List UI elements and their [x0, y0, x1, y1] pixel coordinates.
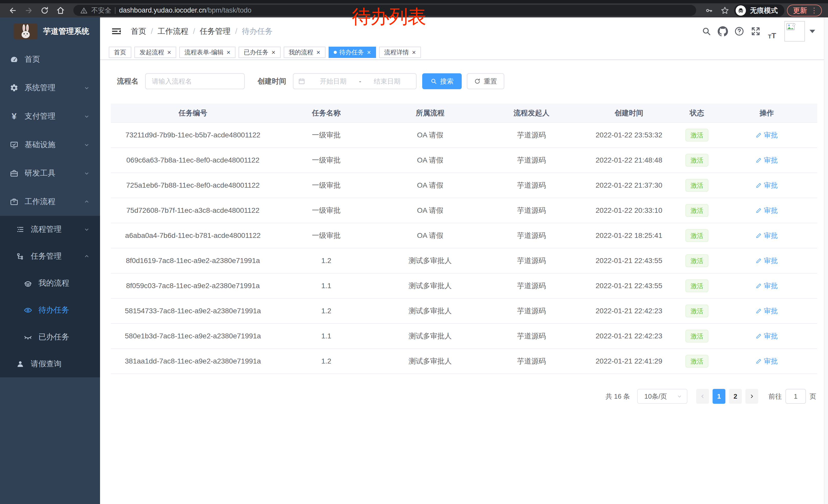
approve-link[interactable]: 审批 — [756, 155, 778, 165]
tab-start-process[interactable]: 发起流程× — [134, 47, 176, 58]
reset-button[interactable]: 重置 — [467, 73, 504, 89]
table-row: 381aa1dd-7ac8-11ec-a9e2-a2380e71991a1.2测… — [111, 349, 817, 374]
page-button-2[interactable]: 2 — [729, 389, 742, 404]
breadcrumb-item[interactable]: 任务管理 — [200, 26, 231, 37]
fullscreen-icon[interactable] — [747, 23, 764, 40]
bookmark-star-icon[interactable] — [718, 5, 732, 16]
close-icon[interactable]: × — [367, 49, 371, 56]
close-icon[interactable]: × — [317, 49, 320, 56]
org-tree-icon — [15, 252, 25, 261]
approve-link-label: 审批 — [764, 131, 778, 140]
yen-icon: ¥ — [9, 111, 19, 121]
sidebar-item-label: 工作流程 — [25, 196, 55, 207]
cell-starter: 芋道源码 — [483, 198, 580, 223]
main-area: 首页 / 工作流程 / 任务管理 / 待办任务 TT — [100, 17, 828, 504]
approve-link[interactable]: 审批 — [756, 306, 778, 316]
approve-link[interactable]: 审批 — [756, 331, 778, 341]
page-size-value: 10条/页 — [644, 392, 677, 401]
sidebar-item-label: 已办任务 — [38, 332, 69, 342]
breadcrumb-item[interactable]: 工作流程 — [158, 26, 188, 37]
sidebar-item-task-mgmt[interactable]: 任务管理 — [0, 243, 100, 270]
tab-label: 流程详情 — [384, 48, 409, 56]
col-task-id: 任务编号 — [111, 103, 275, 123]
table-row: 069c6a63-7b8a-11ec-8ef0-acde48001122一级审批… — [111, 148, 817, 173]
browser-toolbar: 不安全 dashboard.yudao.iocoder.cn/bpm/task/… — [0, 3, 828, 17]
table-row: 75d72608-7b7f-11ec-a3c8-acde48001122一级审批… — [111, 198, 817, 223]
cell-task-id: 8f0d1619-7ac8-11ec-a9e2-a2380e71991a — [111, 248, 275, 273]
avatar[interactable] — [784, 21, 805, 42]
approve-link-label: 审批 — [764, 331, 778, 341]
sidebar-item-my-process[interactable]: 我的流程 — [0, 270, 100, 296]
update-label: 更新 — [793, 6, 807, 15]
sidebar-item-home[interactable]: 首页 — [0, 45, 100, 74]
date-range-picker[interactable]: 开始日期 - 结束日期 — [293, 73, 417, 89]
sidebar-item-infrastructure[interactable]: 基础设施 — [0, 131, 100, 159]
browser-home-icon[interactable] — [54, 5, 67, 16]
page-scrollbar[interactable] — [824, 17, 828, 504]
prev-page-button[interactable] — [696, 389, 709, 404]
browser-url-bar[interactable]: 不安全 dashboard.yudao.iocoder.cn/bpm/task/… — [73, 5, 696, 16]
password-key-icon[interactable] — [702, 5, 716, 16]
sidebar-item-system[interactable]: 系统管理 — [0, 74, 100, 102]
browser-forward-icon[interactable] — [22, 5, 35, 16]
approve-link[interactable]: 审批 — [756, 231, 778, 240]
tab-todo-tasks[interactable]: 待办任务× — [329, 47, 376, 58]
tab-process-detail[interactable]: 流程详情× — [379, 47, 421, 58]
goto-page-input[interactable] — [785, 389, 806, 404]
approve-link[interactable]: 审批 — [756, 181, 778, 190]
sidebar-item-payment[interactable]: ¥ 支付管理 — [0, 102, 100, 131]
close-icon[interactable]: × — [226, 49, 230, 56]
page-button-1[interactable]: 1 — [713, 389, 726, 404]
search-button[interactable]: 搜索 — [422, 73, 462, 89]
tab-form-edit[interactable]: 流程表单-编辑× — [179, 47, 236, 58]
help-icon[interactable] — [731, 23, 747, 40]
approve-link[interactable]: 审批 — [756, 206, 778, 215]
approve-link[interactable]: 审批 — [756, 256, 778, 265]
next-page-button[interactable] — [745, 389, 758, 404]
browser-reload-icon[interactable] — [38, 5, 51, 16]
goto-suffix: 页 — [810, 392, 816, 401]
browser-chrome: 不安全 dashboard.yudao.iocoder.cn/bpm/task/… — [0, 0, 828, 17]
col-process: 所属流程 — [378, 103, 483, 123]
sidebar-item-label: 流程管理 — [31, 224, 61, 235]
tabs-bar: 首页 发起流程× 流程表单-编辑× 已办任务× 我的流程× 待办任务× 流程详情… — [100, 45, 828, 60]
avatar-caret-icon[interactable] — [810, 30, 815, 33]
browser-menu-icon[interactable]: ⋮ — [811, 7, 818, 14]
cell-starter: 芋道源码 — [483, 123, 580, 148]
approve-link[interactable]: 审批 — [756, 357, 778, 366]
tab-home[interactable]: 首页 — [109, 47, 131, 58]
sidebar-item-dev-tools[interactable]: 研发工具 — [0, 159, 100, 187]
tab-done-tasks[interactable]: 已办任务× — [239, 47, 280, 58]
date-separator: - — [358, 78, 363, 85]
close-icon[interactable]: × — [412, 49, 416, 56]
sidebar-item-todo-tasks[interactable]: 待办任务 — [0, 296, 100, 324]
breadcrumb-separator: / — [235, 27, 237, 36]
cell-created: 2022-01-21 22:43:55 — [580, 248, 678, 273]
sidebar-item-process-mgmt[interactable]: 流程管理 — [0, 216, 100, 243]
approve-link[interactable]: 审批 — [756, 131, 778, 140]
process-name-input[interactable] — [145, 73, 245, 89]
sidebar-item-workflow[interactable]: 工作流程 — [0, 187, 100, 216]
menu-fold-icon[interactable] — [111, 27, 122, 36]
sidebar-item-done-tasks[interactable]: 已办任务 — [0, 324, 100, 351]
font-size-icon[interactable]: TT — [764, 23, 780, 40]
tab-my-process[interactable]: 我的流程× — [284, 47, 326, 58]
approve-link[interactable]: 审批 — [756, 281, 778, 290]
page-size-select[interactable]: 10条/页 — [637, 389, 688, 404]
sidebar-item-label: 基础设施 — [25, 139, 55, 150]
close-icon[interactable]: × — [272, 49, 275, 56]
chevron-down-icon — [677, 394, 682, 399]
browser-back-icon[interactable] — [6, 5, 19, 16]
close-icon[interactable]: × — [167, 49, 171, 56]
table-row: 8f059c03-7ac8-11ec-a9e2-a2380e71991a1.1测… — [111, 273, 817, 299]
status-badge: 激活 — [686, 355, 708, 368]
breadcrumb-item[interactable]: 首页 — [131, 26, 146, 37]
browser-update-button[interactable]: 更新 ⋮ — [787, 5, 822, 16]
github-icon[interactable] — [715, 23, 731, 40]
gear-icon — [9, 84, 19, 92]
sidebar-item-leave-query[interactable]: 请假查询 — [0, 351, 100, 377]
cell-task-name: 一级审批 — [275, 198, 378, 223]
cell-starter: 芋道源码 — [483, 299, 580, 324]
approve-link-label: 审批 — [764, 256, 778, 265]
search-icon[interactable] — [698, 23, 715, 40]
